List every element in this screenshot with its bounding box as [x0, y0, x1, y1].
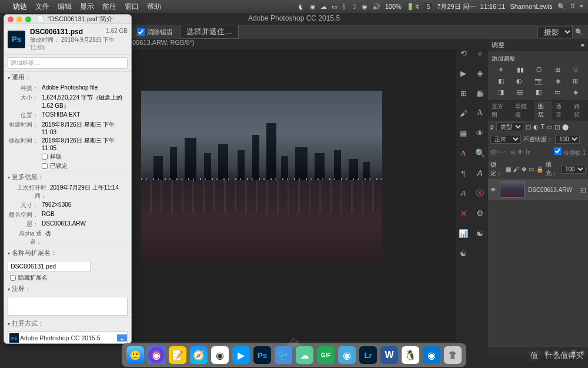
visibility-icon[interactable]: 👁: [490, 187, 496, 193]
layer-thumbnail[interactable]: [500, 181, 524, 198]
menubar-date[interactable]: 7月29日 周一: [437, 2, 475, 11]
vibrance-icon[interactable]: ▽: [573, 66, 578, 74]
dock-photoshop[interactable]: Ps: [253, 346, 271, 364]
workspace-select[interactable]: 摄影: [537, 26, 573, 38]
control-center-icon[interactable]: ⠿: [570, 3, 575, 11]
loupe-icon[interactable]: 🔍: [474, 147, 486, 159]
menu-view[interactable]: 显示: [80, 2, 94, 12]
dock-gif[interactable]: GIF: [317, 346, 335, 364]
notes-textarea[interactable]: [8, 297, 128, 316]
dock-chrome[interactable]: ◉: [211, 346, 229, 364]
lock-all-icon[interactable]: 🔒: [536, 166, 543, 173]
history-icon[interactable]: ⟲: [457, 47, 469, 59]
threshold-icon[interactable]: ◧: [536, 88, 542, 96]
propagate-checkbox[interactable]: [554, 147, 562, 155]
lock-paint-icon[interactable]: 🖌: [513, 166, 519, 173]
tab-histogram[interactable]: 直方图: [488, 101, 512, 121]
selective-icon[interactable]: ◈: [573, 88, 578, 96]
paragraph-icon[interactable]: ¶: [457, 167, 469, 179]
exposure-icon[interactable]: ⊞: [555, 66, 560, 74]
photo-filter-icon[interactable]: 📷: [534, 77, 543, 85]
menu-edit[interactable]: 编辑: [58, 2, 72, 12]
spotlight-icon[interactable]: 🔍: [557, 3, 566, 11]
tab-navigator[interactable]: 导航器: [512, 101, 535, 121]
measure-icon[interactable]: 📊: [457, 227, 469, 239]
dock-dict[interactable]: ◉: [338, 346, 356, 364]
swatch-icon[interactable]: ▦: [457, 127, 469, 139]
panel-menu-icon[interactable]: ≡: [581, 42, 584, 49]
section-name-ext[interactable]: 名称与扩展名：: [4, 247, 131, 259]
template-checkbox[interactable]: [42, 154, 48, 160]
gradient-map-icon[interactable]: ▭: [554, 88, 560, 96]
antialias-checkbox[interactable]: 消除锯齿: [137, 28, 173, 37]
dock-qq[interactable]: 🐧: [402, 346, 419, 364]
menubar-user[interactable]: ShannonLewis: [510, 3, 552, 10]
canvas-image[interactable]: [141, 91, 382, 263]
filter-shape-icon[interactable]: ▭: [547, 124, 552, 130]
opacity-select[interactable]: 100%: [555, 135, 580, 144]
battery-pct[interactable]: 100%: [385, 3, 402, 10]
open-with-select[interactable]: PsAdobe Photoshop CC 2015.5⌄: [8, 331, 128, 344]
tag-input[interactable]: 添加标签…: [8, 57, 128, 69]
dock-lightroom[interactable]: Lr: [359, 346, 377, 364]
hide-ext-checkbox[interactable]: [10, 275, 16, 281]
close-button[interactable]: [8, 16, 14, 22]
balance-icon[interactable]: ☯: [474, 227, 486, 239]
text-icon[interactable]: A: [474, 107, 486, 119]
bluetooth-icon[interactable]: ᛒ: [342, 3, 346, 10]
dnd-icon[interactable]: ☽: [351, 3, 357, 11]
dock-notes[interactable]: 📝: [169, 346, 186, 364]
tab-layers[interactable]: 图层: [534, 101, 552, 121]
type-icon[interactable]: A: [457, 147, 469, 159]
battery-icon[interactable]: 🔋↯: [406, 3, 420, 11]
brightness-icon[interactable]: ☀: [498, 66, 504, 74]
lut-icon[interactable]: ⊞: [573, 77, 578, 85]
swatches-icon[interactable]: ▦: [474, 87, 486, 99]
tab-paths[interactable]: 路径: [570, 101, 588, 121]
filter-icon[interactable]: ρ: [490, 124, 494, 130]
lock-pos-icon[interactable]: ✥: [522, 166, 526, 173]
locked-checkbox[interactable]: [42, 163, 48, 169]
menu-help[interactable]: 帮助: [147, 2, 161, 12]
dock-trash[interactable]: 🗑: [444, 346, 462, 364]
layer-row[interactable]: 👁 DSC00613.ARW ◱: [488, 179, 588, 200]
menubar-time[interactable]: 11:16:11: [480, 3, 506, 10]
dock-siri[interactable]: ◉: [148, 346, 165, 364]
grid-icon[interactable]: ⊞: [457, 87, 469, 99]
select-mask-button[interactable]: 选择并遮住…: [180, 25, 239, 39]
close-icon red[interactable]: ✕: [457, 207, 469, 219]
menu-file[interactable]: 文件: [35, 2, 49, 12]
filter-type-icon[interactable]: T: [541, 124, 544, 130]
channel-mixer-icon[interactable]: ◈: [556, 77, 560, 85]
filter-adjust-icon[interactable]: ◐: [533, 124, 539, 130]
hue-icon[interactable]: ◧: [498, 77, 504, 85]
lock-nest-icon[interactable]: ▭: [529, 166, 534, 173]
yinyang-icon[interactable]: ☯: [457, 247, 469, 259]
glyph-icon[interactable]: A: [457, 187, 469, 199]
name-ext-input[interactable]: [8, 261, 91, 271]
dock-play[interactable]: ▶: [232, 346, 250, 364]
char-icon[interactable]: A: [474, 167, 486, 179]
ime-icon[interactable]: S: [425, 3, 432, 10]
layer-kind-select[interactable]: 类型: [496, 122, 523, 131]
bw-icon[interactable]: ◐: [516, 77, 522, 85]
dock-bird[interactable]: 🐦: [275, 346, 292, 364]
layers-icon[interactable]: ◈: [474, 67, 486, 79]
play-icon[interactable]: ▶: [457, 67, 469, 79]
penguin-icon[interactable]: 🐧: [297, 3, 305, 11]
cc-icon[interactable]: ◉: [310, 3, 316, 11]
dock-cloud[interactable]: ☁: [296, 346, 313, 364]
app-menu[interactable]: 访达: [13, 2, 27, 12]
brush-icon[interactable]: 🖌: [457, 107, 469, 119]
document-tab[interactable]: 00613.ARW, RGB/8*): [132, 39, 195, 46]
layer-name[interactable]: DSC00613.ARW: [528, 187, 572, 193]
section-general[interactable]: 通用：: [4, 72, 131, 84]
curves-icon[interactable]: ⎔: [536, 66, 542, 74]
search-icon[interactable]: 🔍: [575, 28, 583, 36]
unify-vis-icon[interactable]: 👁: [517, 149, 523, 155]
notification-icon[interactable]: ≡: [580, 3, 583, 10]
dock-finder[interactable]: 🙂: [126, 346, 144, 364]
zoom-button[interactable]: [25, 16, 31, 22]
filter-pixel-icon[interactable]: ▢: [526, 124, 531, 130]
section-notes[interactable]: 注释：: [4, 283, 131, 295]
